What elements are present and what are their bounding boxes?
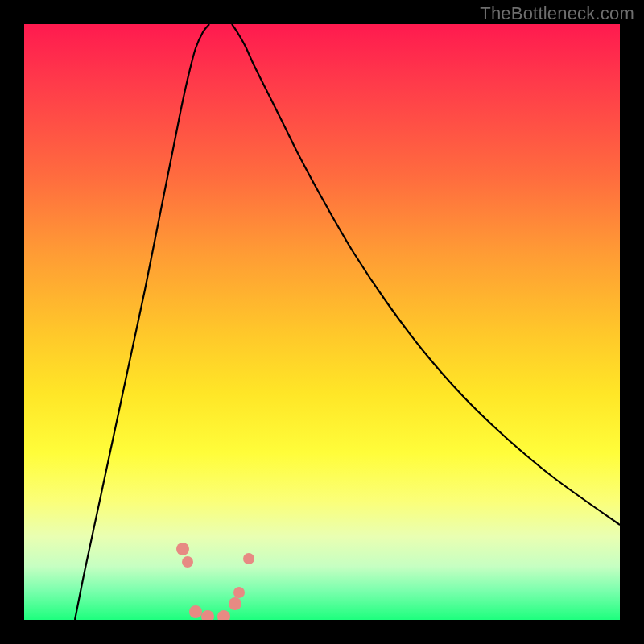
- marker-group: [176, 543, 254, 620]
- curve-left: [75, 24, 209, 620]
- plot-area: [24, 24, 620, 620]
- dot-bottom-3: [217, 610, 230, 620]
- dot-right-a: [229, 597, 242, 610]
- dot-right-c: [243, 553, 254, 564]
- dot-left-b: [182, 556, 193, 568]
- chart-frame: TheBottleneck.com: [0, 0, 644, 644]
- curve-right: [232, 24, 620, 525]
- curve-svg: [24, 24, 620, 620]
- dot-bottom-2: [201, 610, 214, 620]
- watermark-text: TheBottleneck.com: [480, 3, 634, 24]
- dot-right-b: [233, 587, 245, 598]
- dot-left-a: [176, 543, 189, 555]
- dot-bottom-1: [189, 605, 202, 618]
